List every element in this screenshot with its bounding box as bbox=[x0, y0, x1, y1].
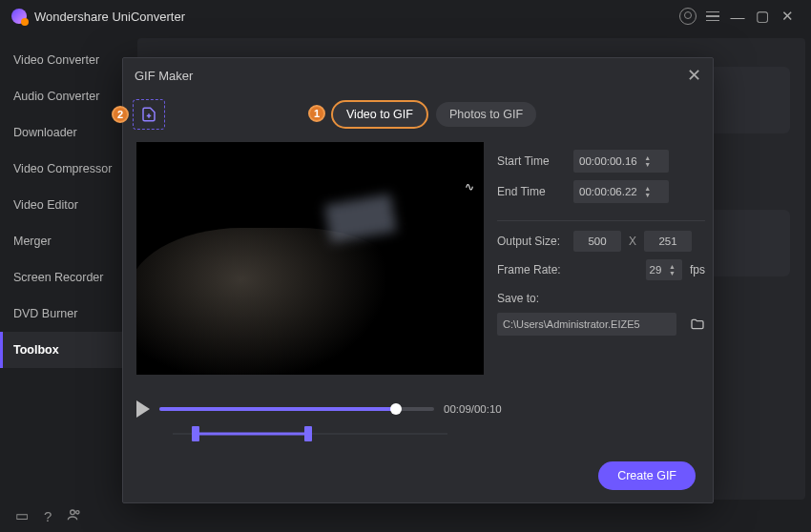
dimension-separator: X bbox=[629, 235, 636, 248]
frame-rate-spinner[interactable]: ▲▼ bbox=[665, 263, 678, 276]
menu-button[interactable] bbox=[700, 4, 725, 29]
settings-panel: Start Time 00:00:00.16 ▲▼ End Time 00:00… bbox=[497, 142, 705, 388]
trim-range[interactable] bbox=[173, 426, 447, 441]
app-logo-icon bbox=[11, 9, 27, 24]
close-dialog-button[interactable]: ✕ bbox=[687, 65, 701, 86]
player-controls: 00:09/00:10 bbox=[123, 392, 713, 426]
output-size-label: Output Size: bbox=[497, 235, 566, 248]
frame-rate-label: Frame Rate: bbox=[497, 263, 566, 276]
play-button[interactable] bbox=[136, 400, 150, 418]
video-preview: ∿ bbox=[136, 142, 484, 375]
guide-icon[interactable]: ▭ bbox=[15, 507, 29, 524]
close-window-button[interactable]: ✕ bbox=[775, 4, 800, 29]
user-icon bbox=[679, 8, 697, 25]
save-to-label: Save to: bbox=[497, 292, 566, 305]
hamburger-icon bbox=[706, 11, 719, 22]
title-bar: Wondershare UniConverter — ▢ ✕ bbox=[0, 0, 811, 32]
sidebar-item-video-editor[interactable]: Video Editor bbox=[0, 187, 137, 223]
svg-point-1 bbox=[76, 510, 79, 513]
end-time-spinner[interactable]: ▲▼ bbox=[641, 185, 655, 198]
sidebar: Video Converter Audio Converter Download… bbox=[0, 32, 137, 500]
watermark-icon: ∿ bbox=[465, 180, 476, 194]
trim-handle-start[interactable] bbox=[192, 426, 199, 441]
sidebar-item-merger[interactable]: Merger bbox=[0, 223, 137, 259]
trim-handle-end[interactable] bbox=[304, 426, 312, 441]
seek-knob[interactable] bbox=[390, 403, 402, 415]
end-time-value: 00:00:06.22 bbox=[579, 186, 637, 197]
output-width-field[interactable]: 500 bbox=[573, 231, 621, 252]
end-time-label: End Time bbox=[497, 185, 566, 198]
add-file-icon bbox=[140, 106, 157, 123]
folder-icon bbox=[690, 317, 705, 332]
start-time-spinner[interactable]: ▲▼ bbox=[641, 154, 655, 168]
sidebar-item-video-compressor[interactable]: Video Compressor bbox=[0, 151, 137, 187]
callout-badge-2: 2 bbox=[112, 106, 129, 123]
start-time-value: 00:00:00.16 bbox=[579, 155, 637, 167]
bottom-bar: ▭ ? bbox=[0, 500, 811, 532]
help-icon[interactable]: ? bbox=[44, 508, 52, 524]
dialog-title: GIF Maker bbox=[135, 69, 193, 83]
playback-time: 00:09/00:10 bbox=[444, 403, 516, 415]
community-icon[interactable] bbox=[67, 507, 82, 525]
seek-slider[interactable] bbox=[159, 407, 434, 411]
create-gif-button[interactable]: Create GIF bbox=[598, 461, 696, 490]
frame-rate-value: 29 bbox=[650, 264, 662, 276]
save-path-field[interactable]: C:\Users\Administrator.EIZE5 bbox=[497, 313, 676, 336]
maximize-button[interactable]: ▢ bbox=[750, 4, 775, 29]
gif-maker-dialog: GIF Maker ✕ 2 1 Video to GIF Photos to G… bbox=[122, 57, 714, 503]
start-time-field[interactable]: 00:00:00.16 ▲▼ bbox=[573, 150, 669, 173]
tab-photos-to-gif[interactable]: Photos to GIF bbox=[436, 102, 536, 127]
sidebar-item-toolbox[interactable]: Toolbox bbox=[0, 332, 137, 368]
sidebar-item-dvd-burner[interactable]: DVD Burner bbox=[0, 296, 137, 332]
app-title: Wondershare UniConverter bbox=[34, 10, 185, 24]
svg-point-0 bbox=[71, 510, 75, 515]
end-time-field[interactable]: 00:00:06.22 ▲▼ bbox=[573, 180, 669, 203]
callout-badge-1: 1 bbox=[308, 105, 325, 122]
add-file-button[interactable] bbox=[133, 99, 165, 130]
output-height-field[interactable]: 251 bbox=[644, 231, 692, 252]
account-button[interactable] bbox=[676, 4, 700, 29]
frame-rate-unit: fps bbox=[690, 263, 705, 276]
minimize-button[interactable]: — bbox=[725, 4, 750, 29]
browse-folder-button[interactable] bbox=[690, 317, 705, 332]
dialog-header: GIF Maker ✕ bbox=[123, 58, 713, 92]
sidebar-item-screen-recorder[interactable]: Screen Recorder bbox=[0, 259, 137, 296]
frame-rate-field[interactable]: 29 ▲▼ bbox=[646, 259, 682, 280]
tab-video-to-gif[interactable]: Video to GIF bbox=[331, 100, 428, 129]
dialog-toolbar: 2 1 Video to GIF Photos to GIF bbox=[123, 92, 713, 136]
sidebar-item-video-converter[interactable]: Video Converter bbox=[0, 42, 137, 78]
start-time-label: Start Time bbox=[497, 154, 566, 168]
